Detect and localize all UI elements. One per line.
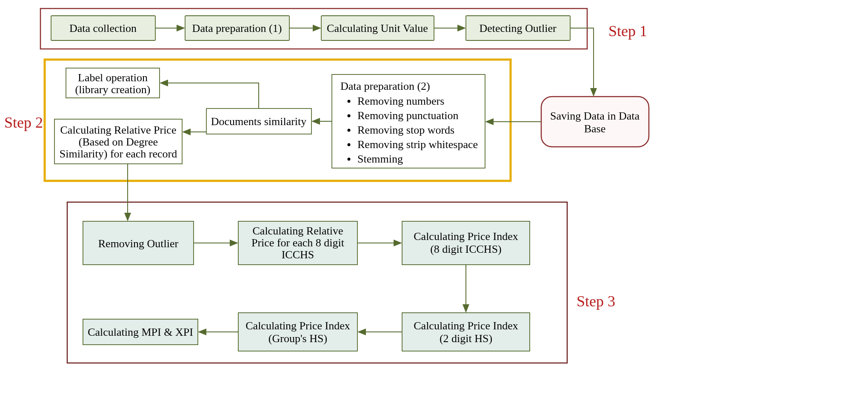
node-text: Similarity) for each record xyxy=(60,148,177,160)
node-text: Price for each 8 digit xyxy=(251,237,345,249)
node-text: Data preparation (2) xyxy=(340,80,430,92)
step3-label: Step 3 xyxy=(577,293,615,310)
node-text: Calculating Price Index xyxy=(414,320,518,332)
step1-label: Step 1 xyxy=(608,23,647,40)
node-text: Saving Data in Data xyxy=(550,110,640,122)
bullet-icon xyxy=(348,100,351,103)
node-text: Removing Outlier xyxy=(98,237,179,250)
node-text: Removing numbers xyxy=(357,95,444,107)
bullet-icon xyxy=(348,143,351,146)
arrow xyxy=(160,83,259,109)
step2-label: Step 2 xyxy=(4,114,43,131)
node-text: (8 digit ICCHS) xyxy=(430,243,502,255)
node-text: Calculating Unit Value xyxy=(327,22,428,34)
node-text: Removing stop words xyxy=(357,124,454,136)
bullet-icon xyxy=(348,129,351,132)
node-text: Removing punctuation xyxy=(357,109,459,122)
node-text: Data preparation (1) xyxy=(192,22,282,34)
node-text: Base xyxy=(584,123,606,135)
node-text: (Group's HS) xyxy=(268,332,327,345)
node-text: Calculating MPI & XPI xyxy=(88,326,193,338)
node-text: Calculating Relative Price xyxy=(60,124,177,136)
node-text: (2 digit HS) xyxy=(440,332,492,345)
node-text: Stemming xyxy=(357,153,403,165)
node-text: Label operation xyxy=(78,71,148,84)
node-text: Calculating Price Index xyxy=(246,320,350,332)
bullet-icon xyxy=(348,158,351,161)
node-text: Detecting Outlier xyxy=(479,22,557,34)
node-text: Removing strip whitespace xyxy=(357,138,478,151)
node-text: Data collection xyxy=(69,22,137,34)
node-text: Calculating Price Index xyxy=(414,230,518,243)
bullet-icon xyxy=(348,114,351,117)
node-text: (Based on Degree xyxy=(79,136,158,148)
arrow xyxy=(570,28,594,49)
diagram-canvas: Data collection Data preparation (1) Cal… xyxy=(0,0,868,400)
node-text: Calculating Relative xyxy=(253,225,343,237)
node-text: ICCHS xyxy=(282,249,314,261)
node-text: Documents similarity xyxy=(211,115,307,128)
node-text: (library creation) xyxy=(75,83,151,96)
